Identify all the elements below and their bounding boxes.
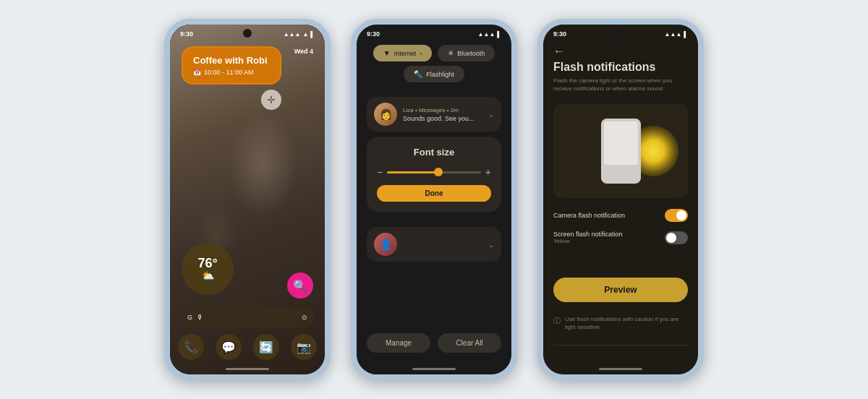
font-decrease-button[interactable]: − [377, 166, 383, 178]
camera-dock-icon[interactable]: 📷 [291, 334, 317, 360]
clear-all-button[interactable]: Clear All [438, 333, 501, 353]
expand-chevron[interactable]: ⌄ [488, 111, 494, 119]
phone-dock-icon[interactable]: 📞 [178, 334, 204, 360]
contact-avatar-2: 👤 [374, 233, 397, 256]
screen-flash-row: Screen flash notification Yellow [553, 231, 688, 244]
screen-flash-content: Screen flash notification Yellow [553, 231, 623, 244]
sync-dock-icon[interactable]: 🔄 [253, 334, 279, 360]
back-button[interactable]: ← [553, 45, 565, 58]
battery-icon: ▌ [310, 31, 315, 38]
signal-icon-2: ▲▲▲ [478, 31, 495, 38]
preview-button[interactable]: Preview [553, 278, 688, 302]
internet-tile[interactable]: ▼ Internet › [373, 45, 432, 61]
phone-1: 9:30 ▲▲▲ ▲ ▌ Coffee with Robi 📅 10:00 - … [164, 19, 331, 380]
messages-dock-icon[interactable]: 💬 [216, 334, 242, 360]
bluetooth-label: Bluetooth [457, 50, 485, 57]
toggle-thumb-screen [666, 233, 676, 243]
screen-flash-sublabel: Yellow [553, 238, 623, 244]
home-bar-2[interactable] [412, 368, 456, 370]
bluetooth-tile[interactable]: ✳ Bluetooth [438, 45, 495, 61]
caution-row: ⓘ Use flash notifications with caution i… [553, 316, 688, 331]
font-slider-thumb[interactable] [434, 168, 443, 176]
date-badge: Wed 4 [294, 48, 313, 55]
flashlight-tile[interactable]: 🔦 Flashlight [404, 66, 464, 82]
signal-icon: ▲▲▲ [284, 31, 301, 38]
camera-notch-3 [616, 29, 625, 38]
notification-text: Sounds good. See you... [403, 115, 482, 122]
status-icons-3: ▲▲▲ ▌ [665, 31, 688, 38]
search-fab[interactable]: 🔍 [287, 273, 313, 299]
phone-2: 9:30 ▲▲▲ ▌ ▼ Internet › ✳ Bluetooth [351, 19, 517, 380]
camera-notch-2 [430, 29, 438, 38]
screen-flash-label: Screen flash notification [553, 231, 623, 238]
calendar-widget[interactable]: Coffee with Robi 📅 10:00 - 11:00 AM [182, 46, 281, 85]
internet-chevron: › [420, 50, 422, 57]
notification-card[interactable]: 👩 Liza • Messages • 2m Sounds good. See … [367, 97, 501, 132]
screen-flash-toggle[interactable] [665, 231, 688, 244]
flashlight-label: Flashlight [426, 71, 454, 78]
page-subtitle: Flash the camera light or the screen whe… [553, 77, 688, 93]
home-bar[interactable] [226, 368, 269, 370]
app-name: Messages [419, 107, 445, 113]
temperature: 76° [197, 257, 217, 270]
notification-card-2[interactable]: 👤 ⌄ [367, 227, 501, 262]
expand-chevron-2[interactable]: ⌄ [488, 241, 494, 249]
bottom-actions: Manage Clear All [367, 333, 501, 353]
wifi-icon: ▲ [302, 31, 308, 38]
notification-header: Liza • Messages • 2m [403, 107, 482, 113]
phone-3-screen: 9:30 ▲▲▲ ▌ ← Flash notifications Flash t… [543, 25, 698, 374]
font-slider-fill [387, 171, 438, 173]
signal-icon-3: ▲▲▲ [665, 31, 682, 38]
quick-tiles: ▼ Internet › ✳ Bluetooth 🔦 Flashlight [367, 45, 501, 82]
camera-flash-row: Camera flash notification [553, 209, 688, 222]
wifi-tile-icon: ▼ [383, 49, 391, 57]
flashlight-icon: 🔦 [414, 70, 422, 78]
phone-1-screen: 9:30 ▲▲▲ ▲ ▌ Coffee with Robi 📅 10:00 - … [170, 25, 325, 374]
phone-3: 9:30 ▲▲▲ ▌ ← Flash notifications Flash t… [537, 19, 704, 380]
font-slider-track[interactable] [387, 171, 481, 173]
camera-flash-toggle[interactable] [665, 209, 688, 222]
font-size-title: Font size [377, 147, 491, 158]
dock: 📞 💬 🔄 📷 [178, 334, 317, 360]
google-logo: G [187, 314, 192, 321]
contact-avatar: 👩 [374, 103, 397, 126]
info-icon: ⓘ [553, 316, 561, 326]
manage-button[interactable]: Manage [367, 333, 430, 353]
mic-icon[interactable]: 🎙 [197, 314, 203, 321]
calendar-time: 📅 10:00 - 11:00 AM [193, 69, 270, 76]
time-display-2: 9:30 [367, 30, 380, 38]
font-size-popup: Font size − + Done [367, 137, 501, 212]
notification-content-2 [403, 244, 482, 245]
notif-time: 2m [451, 107, 459, 113]
drag-handle[interactable]: ✛ [261, 90, 281, 110]
weather-icon: ⛅ [202, 270, 214, 281]
time-display: 9:30 [180, 30, 193, 38]
camera-flash-label: Camera flash notification [553, 212, 625, 219]
tiles-row-2: 🔦 Flashlight [367, 66, 501, 82]
font-increase-button[interactable]: + [485, 166, 491, 178]
battery-icon-2: ▌ [497, 31, 501, 38]
page-title: Flash notifications [553, 61, 688, 74]
contact-name: Liza [403, 107, 414, 113]
status-icons-2: ▲▲▲ ▌ [478, 31, 501, 38]
flash-illustration [553, 104, 688, 198]
internet-label: Internet [394, 50, 417, 57]
phone-illustration [601, 119, 641, 184]
battery-icon-3: ▌ [684, 31, 688, 38]
toggle-thumb-camera [676, 210, 686, 220]
caution-text: Use flash notifications with caution if … [565, 316, 688, 331]
calendar-icon: 📅 [193, 69, 201, 76]
calendar-title: Coffee with Robi [193, 55, 270, 66]
done-button[interactable]: Done [377, 185, 491, 202]
bluetooth-icon: ✳ [448, 49, 454, 57]
home-bar-3[interactable] [599, 368, 642, 370]
font-slider-row: − + [377, 166, 491, 178]
divider [553, 345, 688, 346]
phone-2-screen: 9:30 ▲▲▲ ▌ ▼ Internet › ✳ Bluetooth [357, 25, 511, 374]
search-bar[interactable]: G 🎙 ⊙ [180, 307, 315, 327]
weather-widget[interactable]: 76° ⛅ [182, 243, 234, 295]
time-display-3: 9:30 [553, 30, 566, 38]
tiles-row-1: ▼ Internet › ✳ Bluetooth [367, 45, 501, 61]
lens-icon[interactable]: ⊙ [302, 314, 307, 321]
camera-notch [243, 29, 252, 38]
